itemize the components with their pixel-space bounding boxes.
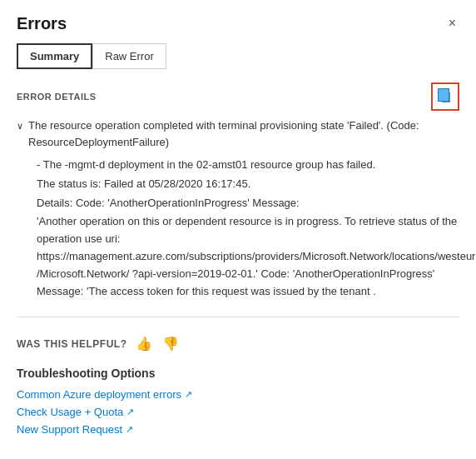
- check-quota-link[interactable]: Check Usage + Quota: [17, 406, 123, 418]
- troubleshooting-section: Troubleshooting Options Common Azure dep…: [0, 367, 476, 436]
- troubleshooting-title: Troubleshooting Options: [17, 367, 459, 380]
- error-details-label: ERROR DETAILS: [0, 82, 476, 111]
- new-support-link[interactable]: New Support Request: [17, 423, 122, 436]
- close-button[interactable]: ×: [445, 13, 459, 33]
- common-errors-link[interactable]: Common Azure deployment errors: [17, 388, 181, 401]
- main-error-text: The resource operation completed with te…: [28, 117, 459, 150]
- tab-summary[interactable]: Summary: [17, 43, 92, 69]
- detail-line-2: The status is: Failed at 05/28/2020 16:1…: [37, 176, 459, 193]
- thumbs-down-button[interactable]: 👎: [161, 334, 181, 353]
- link-item-check-quota: Check Usage + Quota ↗: [17, 406, 459, 418]
- external-link-icon-2: ↗: [126, 407, 134, 417]
- detail-line-1: - The ‑mgmt‑d deployment in the 02‑amst0…: [37, 157, 459, 174]
- helpful-section: WAS THIS HELPFUL? 👍 👎: [0, 334, 476, 353]
- link-item-common-errors: Common Azure deployment errors ↗: [17, 388, 459, 401]
- section-divider: [17, 317, 459, 317]
- detail-line-4: 'Another operation on this or dependent …: [37, 213, 459, 300]
- link-item-support: New Support Request ↗: [17, 423, 459, 436]
- error-content: ∨ The resource operation completed with …: [0, 117, 476, 300]
- panel-title: Errors: [17, 14, 67, 33]
- copy-icon: [438, 88, 453, 105]
- helpful-label: WAS THIS HELPFUL?: [17, 338, 127, 350]
- external-link-icon-1: ↗: [185, 389, 192, 400]
- tabs-container: Summary Raw Error: [0, 43, 476, 69]
- thumbs-up-button[interactable]: 👍: [134, 334, 154, 353]
- tab-raw-error[interactable]: Raw Error: [92, 43, 166, 69]
- errors-panel: Errors × Summary Raw Error ERROR DETAILS…: [0, 0, 476, 459]
- panel-header: Errors ×: [0, 0, 476, 43]
- copy-button[interactable]: [431, 82, 459, 111]
- error-detail-block: - The ‑mgmt‑d deployment in the 02‑amst0…: [37, 157, 459, 300]
- error-main-row: ∨ The resource operation completed with …: [17, 117, 459, 150]
- external-link-icon-3: ↗: [126, 424, 133, 435]
- detail-line-3: Details: Code: 'AnotherOperationInProgre…: [37, 195, 459, 212]
- expand-chevron[interactable]: ∨: [17, 119, 23, 133]
